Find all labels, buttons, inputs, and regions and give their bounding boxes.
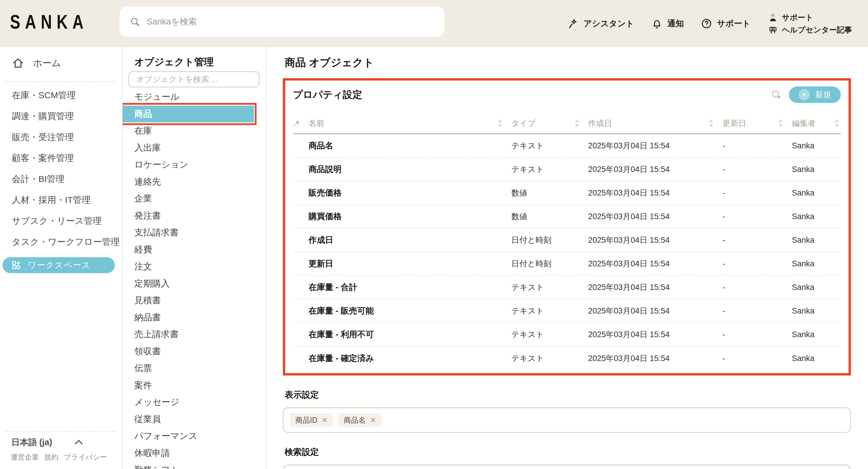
legal-link-privacy[interactable]: プライバシー <box>64 453 107 462</box>
object-item-leave-request[interactable]: 休暇申請 <box>123 445 266 462</box>
top-header: SANKA Sankaを検索 アシスタント 通知 <box>0 0 868 47</box>
display-settings-label: 表示設定 <box>285 389 868 401</box>
object-item-order[interactable]: 注文 <box>123 258 266 275</box>
tag-product-name: 商品名 ✕ <box>338 413 381 427</box>
plus-circle-icon: + <box>799 89 810 100</box>
sidebar-item-sales-orders[interactable]: 販売・受注管理 <box>0 127 122 148</box>
search-icon <box>130 16 140 27</box>
sidebar-item-subscription-lease[interactable]: サブスク・リース管理 <box>0 211 122 232</box>
main-content: 商品 オブジェクト プロパティ設定 + 新規 <box>266 47 868 469</box>
sort-icon[interactable] <box>834 120 839 127</box>
object-item-expense[interactable]: 経費 <box>123 241 266 258</box>
question-icon <box>701 18 712 29</box>
object-item-receipt[interactable]: 領収書 <box>123 343 266 360</box>
legal-link-company[interactable]: 運営企業 <box>11 453 39 462</box>
object-management-panel: オブジェクト管理 オブジェクトを検索 ... モジュール 商品 在庫 入出庫 ロ… <box>123 47 266 469</box>
panel-title: プロパティ設定 <box>293 88 362 101</box>
table-row[interactable]: 作成日 日付と時刻 2025年03月04日 15:54 - Sanka <box>293 229 841 252</box>
sidebar-item-home[interactable]: ホーム <box>0 52 122 74</box>
table-row[interactable]: 販売価格 数値 2025年03月04日 15:54 - Sanka <box>293 181 841 205</box>
chevron-up-icon <box>73 437 85 448</box>
sort-icon[interactable] <box>575 120 579 127</box>
pin-icon[interactable] <box>293 120 301 127</box>
remove-tag-icon[interactable]: ✕ <box>370 416 376 425</box>
object-item-delivery-note[interactable]: 納品書 <box>123 309 266 326</box>
sidebar-item-inventory-scm[interactable]: 在庫・SCM管理 <box>0 85 122 106</box>
sidebar-item-procurement[interactable]: 調達・購買管理 <box>0 106 122 127</box>
object-panel-title: オブジェクト管理 <box>134 56 266 67</box>
user-menu: サポート ヘルプセンター記事 <box>768 12 852 35</box>
object-item-module[interactable]: モジュール <box>123 89 266 106</box>
app-body: ホーム 在庫・SCM管理 調達・購買管理 販売・受注管理 顧客・案件管理 会計・… <box>0 47 868 469</box>
home-icon <box>12 57 24 69</box>
property-settings-panel: プロパティ設定 + 新規 <box>283 78 851 375</box>
column-header-updated[interactable]: 更新日 <box>722 118 792 129</box>
assistant-button[interactable]: アシスタント <box>567 18 634 29</box>
display-settings-input[interactable]: 商品ID ✕ 商品名 ✕ <box>283 407 851 433</box>
search-settings-label: 検索設定 <box>285 446 868 458</box>
object-item-sales-invoice[interactable]: 売上請求書 <box>123 326 266 343</box>
table-row[interactable]: 更新日 日付と時刻 2025年03月04日 15:54 - Sanka <box>293 252 841 276</box>
sidebar-footer: 日本語 (ja) 運営企業 規約 プライバシー <box>0 431 122 469</box>
object-item-company[interactable]: 企業 <box>123 190 266 207</box>
search-settings-input[interactable]: 商品名 ✕ <box>283 465 851 469</box>
legal-link-terms[interactable]: 規約 <box>44 453 58 462</box>
sanka-logo: SANKA <box>10 10 88 33</box>
object-item-employee[interactable]: 従業員 <box>123 411 266 428</box>
table-search-icon[interactable] <box>771 89 782 100</box>
object-item-stock[interactable]: 在庫 <box>123 123 266 139</box>
table-row[interactable]: 購買価格 数値 2025年03月04日 15:54 - Sanka <box>293 205 841 229</box>
table-row[interactable]: 在庫量 - 販売可能 テキスト 2025年03月04日 15:54 - Sank… <box>293 299 841 323</box>
table-row[interactable]: 在庫量 - 確定済み テキスト 2025年03月04日 15:54 - Sank… <box>293 346 841 370</box>
avatar-icon <box>768 12 778 23</box>
help-center-link[interactable]: ヘルプセンター記事 <box>768 25 852 35</box>
object-item-location[interactable]: ロケーション <box>123 156 266 173</box>
column-header-created[interactable]: 作成日 <box>588 118 722 129</box>
sort-icon[interactable] <box>498 120 502 127</box>
divider <box>6 431 116 432</box>
wand-icon <box>567 18 579 29</box>
column-header-type[interactable]: タイプ <box>512 118 588 129</box>
sidebar-item-task-workflow[interactable]: タスク・ワークフロー管理 <box>0 232 122 253</box>
object-item-partial[interactable]: 勤務シフト <box>123 462 266 469</box>
table-row[interactable]: 商品説明 テキスト 2025年03月04日 15:54 - Sanka <box>293 158 841 181</box>
sidebar-item-hr-it[interactable]: 人材・採用・IT管理 <box>0 190 122 211</box>
object-search-placeholder: オブジェクトを検索 ... <box>136 74 218 85</box>
object-item-subscription[interactable]: 定期購入 <box>123 275 266 292</box>
user-account[interactable]: サポート <box>768 12 852 23</box>
sort-icon[interactable] <box>709 120 714 127</box>
object-item-voucher[interactable]: 伝票 <box>123 360 266 377</box>
object-item-product-selected[interactable]: 商品 <box>123 106 254 123</box>
object-item-contact[interactable]: 連絡先 <box>123 173 266 191</box>
bell-icon <box>651 18 662 29</box>
object-item-quote[interactable]: 見積書 <box>123 292 266 309</box>
support-button[interactable]: サポート <box>701 18 750 29</box>
workspace-button[interactable]: ワークスペース <box>2 257 115 273</box>
object-list: モジュール 商品 在庫 入出庫 ロケーション 連絡先 企業 発注書 支払請求書 … <box>123 89 266 469</box>
sidebar-item-customers-cases[interactable]: 顧客・案件管理 <box>0 148 122 169</box>
table-row[interactable]: 在庫量 - 利用不可 テキスト 2025年03月04日 15:54 - Sank… <box>293 323 841 346</box>
object-search-input[interactable]: オブジェクトを検索 ... <box>128 71 259 87</box>
sidebar-item-accounting-bi[interactable]: 会計・BI管理 <box>0 169 122 190</box>
global-search-input[interactable]: Sankaを検索 <box>120 6 444 37</box>
notifications-button[interactable]: 通知 <box>651 18 684 29</box>
column-header-editor[interactable]: 編集者 <box>792 118 841 129</box>
table-row[interactable]: 在庫量 - 合計 テキスト 2025年03月04日 15:54 - Sanka <box>293 276 841 299</box>
object-item-performance[interactable]: パフォーマンス <box>123 428 266 445</box>
sidebar-nav: 在庫・SCM管理 調達・購買管理 販売・受注管理 顧客・案件管理 会計・BI管理… <box>0 85 122 253</box>
column-header-name[interactable]: 名前 <box>306 118 512 129</box>
object-item-purchase-order[interactable]: 発注書 <box>123 207 266 225</box>
language-selector[interactable]: 日本語 (ja) <box>0 437 122 448</box>
object-item-payment-invoice[interactable]: 支払請求書 <box>123 224 266 241</box>
sort-icon[interactable] <box>778 120 783 127</box>
object-item-in-out[interactable]: 入出庫 <box>123 139 266 157</box>
divider <box>6 81 116 82</box>
object-item-case[interactable]: 案件 <box>123 377 266 394</box>
panel-header: プロパティ設定 + 新規 <box>293 80 841 109</box>
remove-tag-icon[interactable]: ✕ <box>321 416 328 425</box>
table-row[interactable]: 商品名 テキスト 2025年03月04日 15:54 - Sanka <box>293 134 841 158</box>
object-item-message[interactable]: メッセージ <box>123 394 266 411</box>
left-sidebar: ホーム 在庫・SCM管理 調達・購買管理 販売・受注管理 顧客・案件管理 会計・… <box>0 47 123 469</box>
new-property-button[interactable]: + 新規 <box>789 87 841 103</box>
page-title: 商品 オブジェクト <box>285 56 868 70</box>
